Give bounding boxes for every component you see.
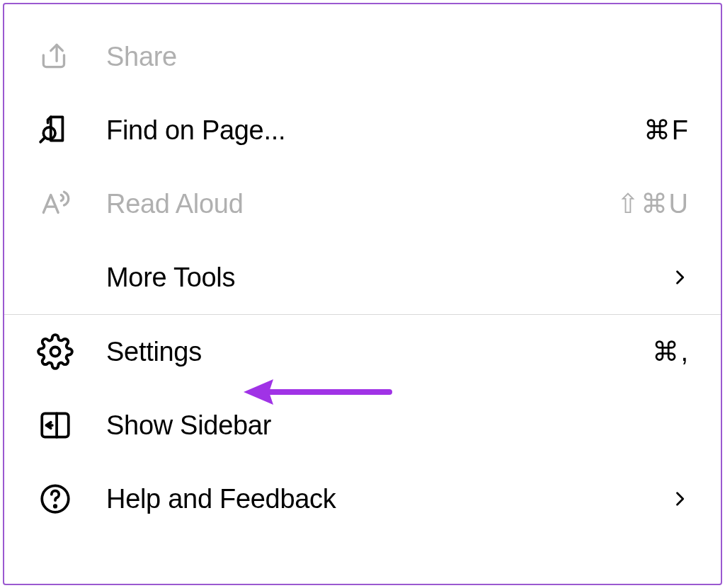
menu-list: Share Find on Page... ⌘F bbox=[4, 4, 721, 536]
shortcut-read-aloud: ⇧⌘U bbox=[617, 188, 690, 219]
shortcut-find: ⌘F bbox=[644, 115, 690, 146]
menu-item-read-aloud: Read Aloud ⇧⌘U bbox=[4, 167, 721, 241]
menu-item-settings[interactable]: Settings ⌘, bbox=[4, 315, 721, 388]
chevron-right-icon bbox=[670, 267, 690, 287]
menu-label-more-tools: More Tools bbox=[106, 263, 670, 293]
menu-item-help[interactable]: Help and Feedback bbox=[4, 462, 721, 536]
sidebar-icon bbox=[35, 405, 75, 445]
menu-label-settings: Settings bbox=[106, 337, 652, 367]
menu-label-read-aloud: Read Aloud bbox=[106, 189, 617, 219]
menu-item-show-sidebar[interactable]: Show Sidebar bbox=[4, 388, 721, 462]
read-aloud-icon bbox=[35, 184, 75, 224]
share-icon bbox=[35, 37, 75, 76]
gear-icon bbox=[35, 332, 75, 371]
chevron-right-icon bbox=[670, 489, 690, 509]
svg-point-1 bbox=[51, 347, 60, 357]
help-icon bbox=[35, 479, 75, 519]
menu-item-find[interactable]: Find on Page... ⌘F bbox=[4, 93, 721, 167]
more-tools-icon-placeholder bbox=[35, 258, 75, 297]
menu-label-help: Help and Feedback bbox=[106, 484, 670, 514]
shortcut-settings: ⌘, bbox=[652, 336, 690, 367]
find-on-page-icon bbox=[35, 110, 75, 150]
menu-label-find: Find on Page... bbox=[106, 115, 644, 146]
menu-item-share: Share bbox=[4, 20, 721, 93]
svg-point-6 bbox=[55, 505, 57, 507]
menu-label-show-sidebar: Show Sidebar bbox=[106, 410, 690, 441]
menu-popup: Share Find on Page... ⌘F bbox=[3, 3, 722, 585]
menu-label-share: Share bbox=[106, 42, 690, 72]
menu-item-more-tools[interactable]: More Tools bbox=[4, 241, 721, 314]
